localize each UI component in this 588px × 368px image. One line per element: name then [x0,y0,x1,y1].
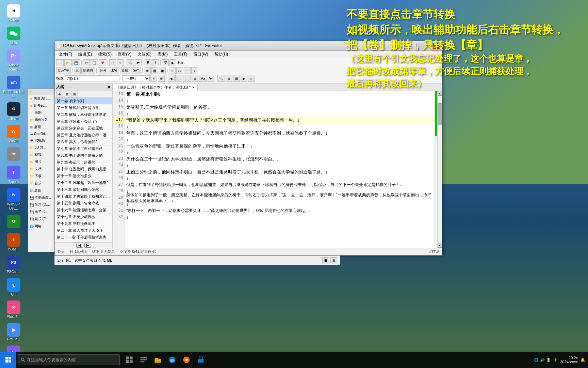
taskbar-clock[interactable]: 20:2x 202x/xx/xx [559,356,579,364]
file-study-d[interactable]: 💾学习 (D:... [28,201,56,209]
menu-window[interactable]: 窗口(W) [191,51,211,58]
tb-italic[interactable]: I [152,59,159,66]
pscamp-icon[interactable]: PS PSCamp [1,254,26,275]
search-all[interactable]: 🔍 [217,75,225,82]
outline-item-ch6[interactable]: 第六章 高人，你考验我? [55,139,112,145]
outline-item-ch9[interactable]: 第九章 办证问，唐番的 [55,159,112,166]
file-doc[interactable]: 📁文档 [28,166,56,173]
file-this-pc[interactable]: 💻此电脑 [28,137,56,144]
search-next[interactable]: [...] [183,75,191,82]
tb-table[interactable]: 制表符 [81,67,95,74]
search-extra2[interactable]: ▷ [248,75,255,82]
filter-input[interactable] [65,75,119,81]
menu-edit[interactable]: 编辑(E) [76,51,95,58]
search-extract[interactable]: ⊞ [233,75,240,82]
search-extra1[interactable]: ▶ [241,75,247,82]
green-icon[interactable]: G [1,213,26,230]
tb-open[interactable]: 📂 [64,59,72,66]
filter-apply[interactable]: ⊛ [158,75,165,82]
outline-item-ch8[interactable]: 第八章 书上说的全是骗人的 [55,152,112,159]
tb-s6[interactable]: ↑ [184,67,191,74]
tb-find[interactable]: 🔍 [127,59,134,66]
file-sample[interactable]: 📁示例文2... [28,117,56,124]
menu-file[interactable]: 文件(F) [56,51,75,58]
file-entertainment[interactable]: 💾娱乐 (F:... [28,216,56,223]
scroll-down-btn[interactable]: ▼ [438,243,442,248]
tb-s4[interactable]: ↑↑ [169,67,176,74]
file-ref[interactable]: ★参考ep... [28,102,56,109]
file-local-disk[interactable]: 💾本地磁盘... [28,194,56,201]
menu-compare[interactable]: 比较(C) [135,51,154,58]
tb-grid[interactable]: 竖线 [120,67,130,74]
file-quick-access[interactable]: ★快速访问... [28,95,56,102]
menu-view[interactable]: 查看(V) [115,51,134,58]
tb-new[interactable]: 📄 [56,59,64,66]
menu-help[interactable]: 帮助(H) [212,51,231,58]
outline-item-ch7[interactable]: 第七章 最怕不过自己骗自己 [55,145,112,152]
outline-nav-next[interactable]: ▶ [84,243,91,248]
outline-tb-3[interactable]: ⊟ [71,91,78,98]
tb-csv[interactable]: CSV/序 [56,67,71,74]
tb-s1[interactable]: ⊕ [144,67,151,74]
tb-btn1[interactable]: 安 [162,59,169,66]
tb-cut[interactable]: ✂ [83,59,90,66]
wege-icon[interactable]: W WeGe [1,123,26,144]
outline-item-ch2[interactable]: 第二章 醒醒，幸好这个故事老... [55,111,112,118]
search-prev[interactable]: ◀ [168,75,175,82]
tb-compare[interactable]: 比较 [109,67,119,74]
tb-s3[interactable]: ▣ [159,67,166,74]
line-select[interactable]: 一整行 [122,75,150,81]
tb-bold[interactable]: B [145,59,151,66]
tb-save[interactable]: 💾 [72,59,80,66]
tb-s7[interactable]: ↓ [191,67,198,74]
taskbar-network-icon[interactable]: 🌐 [534,358,539,362]
tb-split[interactable]: 分号 [98,67,108,74]
taskbar-widget-icon[interactable] [137,352,150,368]
taskbar-battery-icon[interactable]: 🔋 [546,358,551,362]
outline-item-ch17[interactable]: 第十七章 不至少就诶医... [55,214,112,220]
file-3d[interactable]: 📁3D 对... [28,144,56,151]
taskbar-edge-icon[interactable] [165,352,179,368]
outline-tb-2[interactable]: ⊞ [64,91,70,98]
tb-s5[interactable]: ↓↓ [176,67,183,74]
outline-item-vol1[interactable]: 第一卷 初来乍到 [55,98,112,105]
outline-close-btn[interactable]: ✕ [107,85,111,90]
icon7-icon[interactable]: ☆ [1,146,26,163]
photoz-icon[interactable]: P PhotoZ... [1,299,26,320]
tb-replace[interactable]: ⇄ [135,59,142,66]
text-area[interactable]: 第一卷,初来乍到↓ ↓ 第零引子,三大终极哲学问题和唯一的答案↓ ↓ "我是谁？… [125,91,435,248]
tb-redo[interactable]: ↪ [117,59,124,66]
taskbar-explorer-icon[interactable] [151,352,165,368]
view-grid-btn[interactable]: ⊞ [330,257,337,263]
file-video[interactable]: 📁视频 [28,151,56,158]
file-download[interactable]: 📁下载 [28,173,56,180]
file-record[interactable]: 📄录制 [28,109,56,117]
scroll-thumb[interactable] [438,103,442,125]
tb-s2[interactable]: ▦ [151,67,158,74]
taskbar-ime[interactable]: 中 [554,357,557,363]
outline-item-ch21[interactable]: 第二十一章 千年后理披斩离离 [55,234,112,241]
steam-icon[interactable]: ⚙ Steam [1,101,26,122]
outline-item-ch11[interactable]: 第十一章 进比准多少 [55,173,112,180]
tb-btn2[interactable]: ▶ [169,59,176,66]
outline-item-ch1[interactable]: 第一章 谁说知识不是力量 [55,105,112,111]
outline-item-ch4[interactable]: 第四章 穿来穿去，还在原地 [55,125,112,132]
typora-icon[interactable]: T Typora [1,164,26,185]
menu-tools[interactable]: 工具(T) [171,51,190,58]
qq-icon[interactable]: 🐧 QQ [1,277,26,298]
scroll-up-btn[interactable]: ▲ [438,91,442,96]
search-opts[interactable]: ⊕ [192,75,198,82]
tb-undo[interactable]: ↩ [109,59,116,66]
file-desktop2[interactable]: 🖥桌面 [28,187,56,194]
winscpdev-icon[interactable]: W WinSCP Dev... [1,187,26,212]
notion-icon[interactable]: N Notion [1,3,26,24]
taskbar-store-icon[interactable] [194,352,208,368]
file-ebook[interactable]: 💾电子书... [28,209,56,216]
outline-item-ch10[interactable]: 第十章 任盈盈吗，我哥们儿是... [55,166,112,173]
emeditor-icon[interactable]: Em EmEditor标准版 [1,74,26,99]
tb-paste[interactable]: 📌 [99,59,106,66]
editor-tab-main[interactable]: 《盛唐日月》（校对版全本）作者：酒徒.txt * ✕ [113,84,198,91]
taskbar-view-icon[interactable] [122,352,136,368]
search-next-n[interactable]: ↑n [175,75,182,82]
file-picture[interactable]: 📁图片 [28,158,56,166]
